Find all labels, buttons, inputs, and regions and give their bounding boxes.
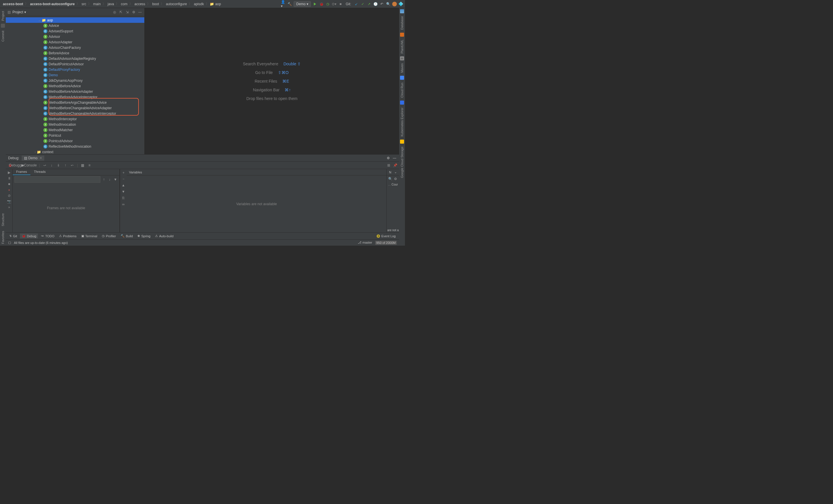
pause-icon[interactable]: ⏸ [7,176,11,181]
tree-item-Demo[interactable]: CDemo [6,72,144,78]
gutter-gcs[interactable]: Google Cloud Storage [400,145,404,180]
btool-build[interactable]: 🔨 Build [119,233,135,238]
pin-icon[interactable]: 📌 [393,163,398,168]
gutter-database-icon[interactable] [400,9,404,13]
btool-eventlog[interactable]: 1 Event Log [375,234,398,238]
tree-item-DefaultPointcutAdvisor[interactable]: CDefaultPointcutAdvisor [6,61,144,67]
chevron-down-icon[interactable]: ⌄ [394,170,397,174]
frame-up-icon[interactable]: ↑ [101,177,106,182]
trace-icon[interactable]: ≡ [87,163,92,168]
git-push-icon[interactable]: ↗ [367,2,372,6]
status-icon[interactable]: ▢ [8,241,11,245]
tree-item-JdkDynamicAopProxy[interactable]: CJdkDynamicAopProxy [6,78,144,83]
user-icon[interactable]: 👤▾ [281,2,285,6]
evaluate-icon[interactable]: ▦ [80,163,85,168]
tree-item-AdvisedSupport[interactable]: CAdvisedSupport [6,28,144,34]
crumb-access[interactable]: access [133,2,146,6]
git-commit-icon[interactable]: ✓ [360,2,365,6]
btool-git[interactable]: ↯ Git [7,233,19,238]
debug-settings-icon[interactable]: ⚙ [386,156,390,160]
gutter-cloudrun-icon[interactable] [400,76,404,80]
gutter-commit[interactable]: Commit [1,29,5,43]
frames-filter-input[interactable] [15,176,100,183]
collapse-all-icon[interactable]: ⇲ [125,9,130,15]
tree-item-MethodInterceptor[interactable]: IMethodInterceptor [6,116,144,122]
tree-item-MethodMatcher[interactable]: IMethodMatcher [6,127,144,133]
tree-item-PointcutAdvisor[interactable]: IPointcutAdvisor [6,138,144,144]
crumb-module[interactable]: access-boot-autoconfigure [29,2,76,6]
crumb-main[interactable]: main [92,2,102,6]
crumb-aop[interactable]: aop [214,2,222,6]
step-over-icon[interactable]: ⤻ [42,163,47,168]
gutter-plantuml[interactable]: PlantUML [400,38,404,55]
layout-icon[interactable]: ⊞ [386,163,391,168]
search-small-icon[interactable]: 🔍 [388,177,393,181]
remove-watch-icon[interactable]: － [121,177,126,181]
mute-bp-icon[interactable]: ⊘ [7,193,11,198]
expand-all-icon[interactable]: ⇱ [118,9,123,15]
avatar[interactable] [392,2,397,6]
crumb-boot[interactable]: boot [151,2,160,6]
frame-down-icon[interactable]: ↓ [107,177,112,182]
tree-item-DefaultAdvisorAdapterRegistry[interactable]: CDefaultAdvisorAdapterRegistry [6,56,144,61]
btool-profiler[interactable]: ◷ Profiler [100,233,118,238]
gutter-k8s-icon[interactable] [400,101,404,105]
step-out-icon[interactable]: ↑ [63,163,68,168]
git-branch[interactable]: ⎇ master [358,241,372,245]
tree-item-MethodInvocation[interactable]: IMethodInvocation [6,122,144,127]
tree-folder-aop[interactable]: ⌄ 📁 aop [6,17,144,23]
tree-folder-context[interactable]: ›📁context [6,149,144,154]
stop-button[interactable]: ■ [338,2,343,6]
profile-button[interactable]: ⊙▾ [332,2,336,6]
hide-icon[interactable]: — [137,9,143,15]
gutter-structure[interactable]: Structure [1,211,5,228]
crumb-root[interactable]: access-boot [2,2,24,6]
tree-item-MethodBeforeAdviceAdapter[interactable]: CMethodBeforeAdviceAdapter [6,89,144,94]
link-icon[interactable]: ∞ [121,202,126,207]
gutter-favorites[interactable]: Favorites [1,229,5,246]
crumb-java[interactable]: java [106,2,115,6]
console-tab[interactable]: ▶ Console [21,163,37,168]
btool-terminal[interactable]: ▣ Terminal [79,233,99,238]
gutter-maven-icon[interactable]: m [400,56,404,60]
crumb-com[interactable]: com [120,2,129,6]
gutter-cloudrun[interactable]: Cloud Run [400,81,404,99]
memory-indicator[interactable]: 950 of 2000M [375,241,397,245]
btool-autobuild[interactable]: ⚠ Auto-build [153,233,175,238]
camera-icon[interactable]: 📷 [7,199,11,204]
gutter-gcs-icon[interactable] [400,140,404,144]
select-opened-icon[interactable]: ◎ [112,9,117,15]
rerun-icon[interactable]: ▶ [7,170,11,175]
tree-item-MethodBeforeAdvice[interactable]: IMethodBeforeAdvice [6,83,144,89]
step-into-icon[interactable]: ↓ [49,163,54,168]
tree-item-Pointcut[interactable]: IPointcut [6,133,144,138]
debugger-tab[interactable]: Debugger [15,163,19,168]
btool-spring[interactable]: ❀ Spring [136,233,152,238]
services-icon[interactable] [399,2,403,6]
debug-tab-demo[interactable]: ▤Demo× [22,155,44,161]
watch-up-icon[interactable]: ▲ [121,183,126,187]
tree-item-MethodBeforeAdviceInterceptor[interactable]: CMethodBeforeAdviceInterceptor [6,94,144,100]
frame-filter-icon[interactable]: ▼ [113,177,118,182]
debug-hide-icon[interactable]: — [392,156,397,160]
copy-watch-icon[interactable]: ⎘ [121,196,126,200]
tree-item-ReflectiveMethodInvocation[interactable]: CReflectiveMethodInvocation [6,144,144,149]
tree-item-MethodBeforeChangeableAdviceAdapter[interactable]: CMethodBeforeChangeableAdviceAdapter [6,105,144,111]
search-icon[interactable]: 🔍 [386,2,390,6]
debug-button[interactable]: 🐞 [319,2,324,6]
git-pull-icon[interactable]: ↙ [354,2,359,6]
tree-item-AdvisorAdapter[interactable]: IAdvisorAdapter [6,39,144,45]
crumb-autoconf[interactable]: autoconfigure [165,2,188,6]
btool-todo[interactable]: ≔ TODO [39,233,56,238]
gutter-changes-icon[interactable] [1,24,5,28]
gutter-maven[interactable]: Maven [400,61,404,75]
frames-tab[interactable]: Frames [13,169,30,175]
tree-item-BeforeAdvice[interactable]: IBeforeAdvice [6,50,144,56]
rollback-icon[interactable]: ↶ [379,2,384,6]
btool-problems[interactable]: ⚠ Problems [57,233,78,238]
crumb-apisdk[interactable]: apisdk [193,2,205,6]
tree-item-DefaultProxyFactory[interactable]: CDefaultProxyFactory [6,67,144,72]
gutter-plantuml-icon[interactable] [400,33,404,37]
tree-item-Advisor[interactable]: IAdvisor [6,34,144,39]
gutter-project[interactable]: Project [1,9,5,23]
